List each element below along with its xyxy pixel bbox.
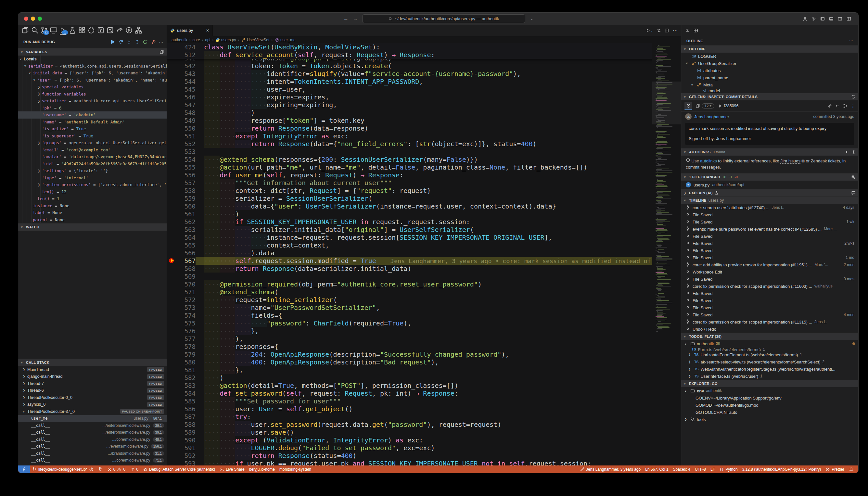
thread-asyncio_0[interactable]: ❯asyncio_0PAUSED [18,401,167,408]
code-line-577[interactable]: 577········), [167,335,681,343]
explorer-go-header[interactable]: ∨EXPLORER: GO [681,380,858,387]
settings-gear-icon[interactable] [811,17,816,21]
code-line-567[interactable]: 567········self.request.session.modified… [167,257,681,265]
statusbar-git-branch[interactable]: lifecycle/fix-debugger-setup* [30,465,96,473]
stack-frame[interactable]: user_meusers.py567:1 [18,415,167,422]
variable-row[interactable]: ❯function variables [18,91,167,98]
todos-header[interactable]: ∨TODOS: FLAT (39) [681,332,858,340]
activity-remote-explorer[interactable] [50,26,58,35]
account-icon[interactable] [803,17,807,21]
statusbar-prettier[interactable]: Prettier [823,465,847,473]
timeline-item[interactable]: File Saved1 wk [681,218,858,226]
code-line-552[interactable]: 552············return Response(data={"no… [167,140,681,148]
nav-forward-icon[interactable]: → [353,16,358,21]
breadcrumb-item[interactable]: core [192,38,200,42]
statusbar-problems[interactable]: 00 [105,465,128,473]
variable-row[interactable]: ∨initial_data = {'user': {'pk': 6, 'user… [18,69,167,77]
code-line-574[interactable]: 574············fields={ [167,311,681,319]
timeline-item[interactable]: File Saved [681,211,858,218]
tab-users-py[interactable]: users.py ✕ [167,25,213,36]
code-line-559[interactable]: 559········serializer = SessionUserSeria… [167,195,681,202]
code-line-590[interactable]: 590········except (ValidationError, Inte… [167,436,681,444]
variable-row[interactable]: ❯'system_permissions' = ['access_admin_i… [18,181,167,188]
stack-frame[interactable]: __call__.../core/middleware.py48:1 [18,436,167,443]
code-line-586[interactable]: 586········user: User = self.get_object(… [167,405,681,413]
statusbar-live-share[interactable]: Live Share [217,465,247,473]
variable-row[interactable]: ∨serializer = <authentik.core.api.users.… [18,63,167,70]
code-line-568[interactable]: 568········return Response(data=serializ… [167,265,681,273]
activity-live-preview[interactable] [125,26,133,35]
activity-search[interactable] [31,26,38,35]
stack-frame[interactable]: __call__.../brands/middleware.py31:1 [18,450,167,457]
statusbar-encoding[interactable]: UTF-8 [693,465,708,473]
statusbar-task-beryju-io-home[interactable]: beryju.io-home [247,465,277,473]
outline-item-Meta[interactable]: ∨Meta [681,81,858,88]
activity-extensions[interactable] [78,26,86,35]
stack-frame[interactable]: __call__.../enterprise/middleware.py39:1 [18,422,167,429]
variable-row[interactable]: len() = 1 [18,195,167,202]
commit-sha[interactable]: f285096 [717,104,739,108]
breadcrumb-item[interactable]: authentik [171,38,187,42]
timeline-item[interactable]: File Saved [681,297,858,304]
variable-row[interactable]: 'email' = 'root@example.com' [18,146,167,154]
statusbar-debug-session[interactable]: Debug: Attach Server Core (authentik) [141,465,217,473]
variable-row[interactable]: ❯serializer = <authentik.core.api.users.… [18,97,167,105]
variable-row[interactable]: 'name' = 'authentik Default Admin' [18,119,167,126]
variable-row[interactable]: ❯special variables [18,83,167,91]
code-line-588[interactable]: 588············user.set_password(request… [167,421,681,429]
variable-row[interactable]: 'avatar' = 'data:image/svg+xml;base64,PH… [18,153,167,160]
timeline-item[interactable]: core: fix permission check for scoped im… [681,318,858,325]
code-line-551[interactable]: 551········except IntegrityError as exc: [167,132,681,140]
debug-restart-button[interactable] [143,39,148,45]
thread-ThreadPoolExecutor-0_0[interactable]: ❯ThreadPoolExecutor-0_0PAUSED [18,394,167,401]
timeline-item[interactable]: events: make sure password set event has… [681,226,858,233]
editor-more-icon[interactable]: ⋯ [673,28,678,33]
outline-item-model[interactable]: model [681,88,858,93]
outline-header[interactable]: ∨OUTLINE [681,45,858,52]
todos-workspace[interactable]: ∨authentik39 [681,340,858,347]
timeline-item[interactable]: File Saved [681,304,858,311]
outline-item-UserGroupSerializer[interactable]: ∨UserGroupSerializer [681,60,858,67]
variable-row[interactable]: label = None [18,209,167,216]
go-env-var[interactable]: GOTOOLCHAIN=auto [681,409,858,416]
thread-ThreadPoolExecutor-37_0[interactable]: ∨ThreadPoolExecutor-37_0PAUSED ON BREAKP… [18,408,167,415]
statusbar-compare-changes[interactable] [96,465,105,473]
code-line-512[interactable]: 512····def service_account(self, request… [167,51,681,59]
activity-explorer[interactable] [21,26,29,35]
activity-org-chart[interactable] [135,26,142,35]
code-line-545[interactable]: 545················user=user, [167,86,681,93]
code-line-575[interactable]: 575················"password": CharField… [167,319,681,327]
outline-item-LOGGER[interactable]: LOGGER [681,52,858,60]
code-line-571[interactable]: 571····@extend_schema( [167,288,681,296]
todos-item[interactable]: ❯TSWebAuthnAuthenticatorRegisterStage.ts… [681,366,858,373]
open-changes-icon[interactable] [656,28,661,33]
call-stack-header[interactable]: ∨CALL STACK [18,359,167,366]
code-line-555[interactable]: 555····@action(url_path="me", url_name="… [167,164,681,171]
variable-row[interactable]: 'type' = 'internal' [18,174,167,182]
code-line-589[interactable]: 589············user.save() [167,429,681,436]
breadcrumb-item[interactable]: api [205,38,210,42]
commit-author-row[interactable]: JLJens Langhammercommitted 3 years ago [681,112,858,122]
statusbar-eol[interactable]: LF [708,465,717,473]
code-line-592[interactable]: 592············return Response(status=40… [167,452,681,460]
statusbar-notifications[interactable] [847,465,856,473]
code-line-424[interactable]: 424class UserViewSet(UsedByMixin, ModelV… [167,43,681,51]
code-line-544[interactable]: 544················intent=TokenIntents.I… [167,78,681,86]
statusbar-python-interpreter[interactable]: 3.12.8 ('authentik-xEAhpGPh-py3.12': Poe… [740,465,823,473]
code-line-549[interactable]: 549············response["token"] = token… [167,117,681,124]
timeline-item[interactable]: File Saved2 wks [681,240,858,247]
variable-row[interactable]: 'is_active' = True [18,125,167,133]
activity-github[interactable] [88,26,95,35]
timeline-item[interactable]: File Saved [681,233,858,240]
code-line-563[interactable]: 563············serializer.initial_data["… [167,226,681,234]
variable-row[interactable]: ❯'groups' = <generator object UserSelfSe… [18,139,167,146]
debug-disconnect-button[interactable] [151,39,156,45]
variable-row[interactable]: ❯'settings' = {'locale': ''} [18,167,167,174]
code-line-564[interactable]: 564················instance=request._req… [167,234,681,241]
variable-row[interactable]: ∨'user' = {'pk': 6, 'username': 'akadmin… [18,77,167,84]
todos-item[interactable]: ❯TSUserInterface.ts (web/src/user)1 [681,373,858,380]
watch-header[interactable]: ∨WATCH [18,223,167,231]
stack-frame[interactable]: __call__.../events/middleware.py156:1 [18,443,167,450]
code-line-579[interactable]: 579············204: OpenApiResponse(desc… [167,351,681,358]
breadcrumb-item[interactable]: user_me [275,38,296,42]
